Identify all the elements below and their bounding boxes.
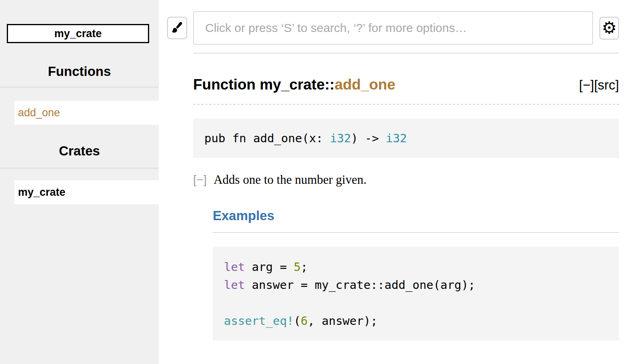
sidebar: my_crate Functions add_one Crates my_cra… [0, 0, 159, 364]
doc-collapse-toggle[interactable]: [−] [193, 173, 207, 186]
sidebar-section-functions-heading: Functions [0, 64, 159, 79]
paintbrush-icon [171, 21, 184, 35]
main-content: ⚙ Function my_crate::add_one [−][src] pu… [159, 0, 631, 364]
doc-summary-text: Adds one to the number given. [214, 173, 366, 187]
theme-picker-button[interactable] [167, 17, 187, 39]
sidebar-item-add-one[interactable]: add_one [14, 101, 159, 125]
example-code: let arg = 5;let answer = my_crate::add_o… [224, 258, 619, 330]
examples-heading: Examples [213, 206, 619, 233]
sidebar-divider [0, 168, 159, 169]
fn-signature-code: pub fn add_one(x: i32) -> i32 [204, 131, 407, 145]
collapse-toggle[interactable]: [−] [579, 78, 594, 92]
header-actions: [−][src] [579, 78, 619, 93]
sidebar-item-my-crate[interactable]: my_crate [14, 180, 159, 204]
src-link[interactable]: [src] [594, 78, 619, 92]
sidebar-divider [0, 87, 159, 88]
function-signature-block: pub fn add_one(x: i32) -> i32 [193, 119, 619, 158]
sidebar-crate-title-label: my_crate [54, 28, 102, 40]
page-title: Function my_crate::add_one [193, 74, 395, 95]
page-title-fn-name: add_one [335, 76, 395, 93]
page-title-prefix: Function my_crate:: [193, 76, 335, 93]
sidebar-crate-title: my_crate [7, 24, 149, 43]
function-header: Function my_crate::add_one [−][src] [193, 74, 619, 105]
sidebar-item-add-one-label: add_one [18, 107, 60, 119]
sidebar-item-my-crate-label: my_crate [18, 186, 66, 199]
doc-summary: [−]Adds one to the number given. [193, 172, 619, 188]
item-page: Function my_crate::add_one [−][src] pub … [193, 0, 619, 364]
sidebar-section-crates-heading: Crates [0, 143, 159, 159]
example-code-block: let arg = 5;let answer = my_crate::add_o… [213, 247, 619, 340]
